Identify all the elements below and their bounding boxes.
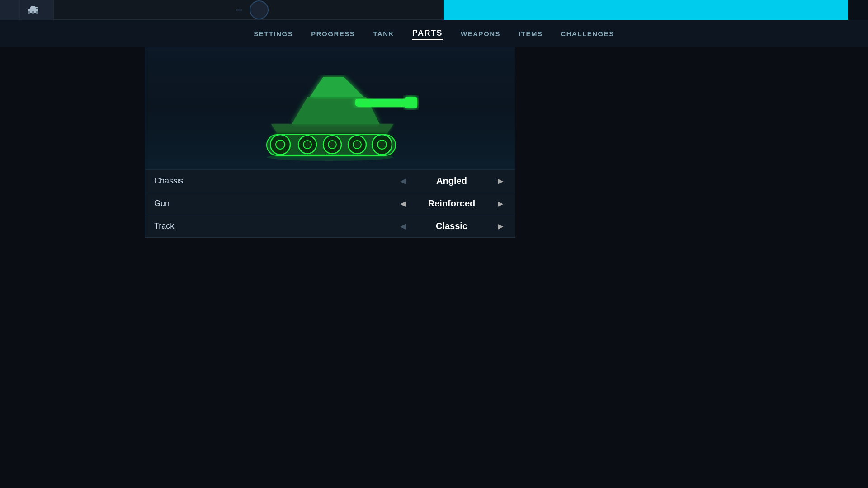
part-name-track: Track: [154, 221, 397, 231]
level-badge: [250, 0, 269, 19]
part-controls-gun: ◀Reinforced▶: [397, 198, 506, 209]
svg-point-23: [267, 154, 393, 161]
svg-point-5: [36, 11, 38, 14]
part-row-chassis: Chassis◀Angled▶: [145, 169, 515, 192]
main-panel: Chassis◀Angled▶Gun◀Reinforced▶Track◀Clas…: [145, 47, 515, 238]
svg-point-4: [32, 11, 34, 14]
svg-rect-2: [34, 7, 39, 8]
tank-preview: [145, 47, 515, 169]
nav-item-items[interactable]: ITEMS: [519, 28, 542, 39]
hub-section[interactable]: [20, 0, 54, 20]
top-bar: [0, 0, 868, 20]
center-info: [54, 0, 444, 19]
part-next-gun[interactable]: ▶: [495, 198, 506, 209]
svg-point-22: [377, 140, 387, 149]
nav-item-settings[interactable]: SETTINGS: [254, 28, 293, 39]
part-next-chassis[interactable]: ▶: [495, 176, 506, 187]
part-name-chassis: Chassis: [154, 176, 397, 186]
part-row-gun: Gun◀Reinforced▶: [145, 192, 515, 215]
part-prev-track: ◀: [397, 221, 408, 232]
part-prev-chassis: ◀: [397, 176, 408, 187]
part-name-gun: Gun: [154, 199, 397, 208]
svg-point-16: [303, 141, 311, 149]
tank-image: [222, 54, 439, 163]
navigation: SETTINGSPROGRESSTANKPARTSWEAPONSITEMSCHA…: [0, 20, 868, 47]
svg-point-3: [28, 11, 30, 14]
xp-bar: [444, 0, 849, 20]
nav-item-parts[interactable]: PARTS: [412, 27, 443, 40]
hub-tank-icon: [26, 5, 40, 14]
svg-rect-10: [405, 97, 417, 108]
svg-point-18: [328, 141, 336, 149]
username-badge: [236, 9, 242, 11]
part-controls-track: ◀Classic▶: [397, 221, 506, 232]
part-row-track: Track◀Classic▶: [145, 215, 515, 237]
nav-item-tank[interactable]: TANK: [373, 28, 394, 39]
part-prev-gun[interactable]: ◀: [397, 198, 408, 209]
part-next-track[interactable]: ▶: [495, 221, 506, 232]
svg-point-20: [353, 141, 361, 149]
svg-marker-8: [310, 77, 364, 97]
part-value-track: Classic: [415, 221, 488, 231]
nav-item-progress[interactable]: PROGRESS: [311, 28, 355, 39]
svg-point-14: [276, 140, 285, 149]
svg-rect-9: [355, 99, 409, 107]
close-top-button[interactable]: [848, 0, 868, 20]
part-value-gun: Reinforced: [415, 198, 488, 209]
nav-item-challenges[interactable]: CHALLENGES: [561, 28, 614, 39]
part-controls-chassis: ◀Angled▶: [397, 176, 506, 187]
part-value-chassis: Angled: [415, 176, 488, 186]
parts-list: Chassis◀Angled▶Gun◀Reinforced▶Track◀Clas…: [145, 169, 515, 237]
nav-item-weapons[interactable]: WEAPONS: [461, 28, 500, 39]
settings-button[interactable]: [0, 0, 20, 20]
